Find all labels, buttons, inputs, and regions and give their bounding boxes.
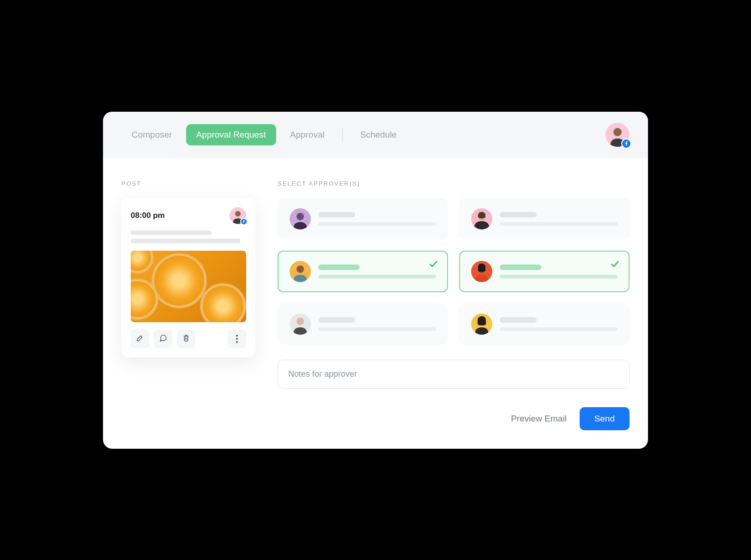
send-button[interactable]: Send xyxy=(580,407,630,430)
approver-text-skeleton xyxy=(318,317,436,331)
preview-email-button[interactable]: Preview Email xyxy=(511,414,566,424)
approver-grid xyxy=(278,198,630,345)
header: Composer Approval Request Approval Sched… xyxy=(103,112,648,158)
approver-card[interactable] xyxy=(459,198,630,240)
approver-avatar xyxy=(290,313,311,335)
more-button[interactable] xyxy=(228,330,246,348)
notes-input[interactable] xyxy=(278,360,630,389)
app-window: Composer Approval Request Approval Sched… xyxy=(103,112,648,449)
approver-card[interactable] xyxy=(278,303,448,345)
approver-card[interactable] xyxy=(278,251,448,292)
trash-icon xyxy=(182,334,190,343)
dots-vertical-icon xyxy=(236,335,238,343)
tab-approval-request[interactable]: Approval Request xyxy=(186,124,276,145)
post-text-skeleton xyxy=(131,239,241,243)
check-icon xyxy=(609,258,620,271)
post-image xyxy=(131,251,246,322)
pencil-icon xyxy=(136,334,144,343)
svg-point-2 xyxy=(297,213,304,220)
approver-card[interactable] xyxy=(459,303,630,345)
edit-button[interactable] xyxy=(131,330,149,348)
approvers-column: SELECT APPROVER(S) xyxy=(278,180,630,389)
post-avatar xyxy=(230,207,246,224)
tab-divider xyxy=(342,128,343,141)
user-avatar[interactable] xyxy=(606,123,630,147)
approver-text-skeleton xyxy=(500,265,618,278)
svg-point-1 xyxy=(235,211,241,217)
approver-avatar xyxy=(290,261,311,282)
post-section-label: POST xyxy=(121,180,255,187)
approver-avatar xyxy=(471,208,492,229)
approver-avatar xyxy=(471,313,492,335)
approver-card[interactable] xyxy=(278,198,448,240)
svg-point-0 xyxy=(613,128,622,136)
svg-point-4 xyxy=(297,265,304,273)
approver-avatar xyxy=(290,208,311,229)
approver-avatar xyxy=(471,261,492,282)
content: POST 08:00 pm xyxy=(103,158,648,407)
svg-point-6 xyxy=(297,318,304,325)
chat-icon xyxy=(159,334,167,343)
facebook-icon xyxy=(621,138,631,149)
comment-button[interactable] xyxy=(154,330,172,348)
post-actions xyxy=(131,330,246,348)
approver-card[interactable] xyxy=(459,251,630,292)
approver-text-skeleton xyxy=(318,265,436,278)
check-icon xyxy=(428,258,439,271)
approvers-section-label: SELECT APPROVER(S) xyxy=(278,180,630,187)
facebook-icon xyxy=(240,218,248,225)
delete-button[interactable] xyxy=(177,330,195,348)
post-time: 08:00 pm xyxy=(131,211,165,220)
tab-composer[interactable]: Composer xyxy=(121,124,182,145)
tab-approval[interactable]: Approval xyxy=(280,124,335,145)
post-card: 08:00 pm xyxy=(121,198,255,357)
post-text-skeleton xyxy=(131,230,212,235)
tab-schedule[interactable]: Schedule xyxy=(350,124,407,145)
post-header: 08:00 pm xyxy=(131,207,246,224)
approver-text-skeleton xyxy=(500,317,618,331)
approver-text-skeleton xyxy=(318,212,436,226)
footer: Preview Email Send xyxy=(103,407,648,449)
approver-text-skeleton xyxy=(500,212,618,226)
tabs: Composer Approval Request Approval Sched… xyxy=(121,124,407,145)
post-column: POST 08:00 pm xyxy=(121,180,255,389)
